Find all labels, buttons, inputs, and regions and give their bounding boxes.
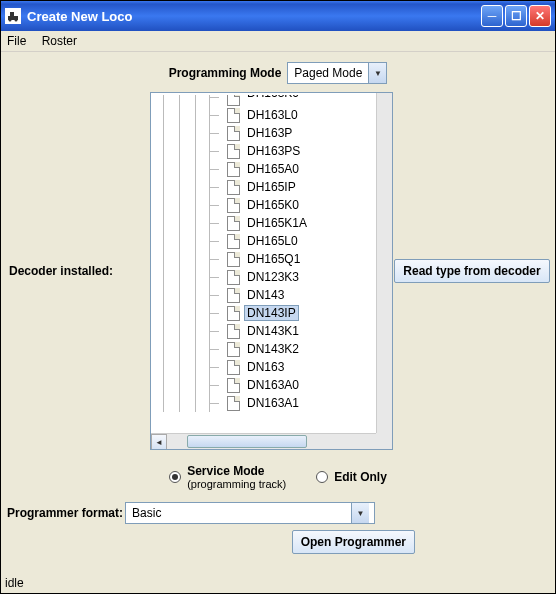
tree-branch-icon bbox=[209, 322, 223, 340]
close-button[interactable]: ✕ bbox=[529, 5, 551, 27]
programmer-format-value: Basic bbox=[126, 506, 351, 520]
tree-branch-icon bbox=[209, 160, 223, 178]
programming-mode-select[interactable]: Paged Mode bbox=[287, 62, 387, 84]
tree-item-label: DN163 bbox=[244, 359, 287, 375]
service-mode-label-line1: Service Mode bbox=[187, 464, 264, 478]
file-icon bbox=[227, 378, 240, 393]
tree-branch-icon bbox=[209, 196, 223, 214]
tree-item-label: DH163L0 bbox=[244, 107, 301, 123]
programming-mode-value: Paged Mode bbox=[288, 66, 368, 80]
file-icon bbox=[227, 252, 240, 267]
tree-item[interactable]: DN143K1 bbox=[209, 322, 376, 340]
read-type-button[interactable]: Read type from decoder bbox=[394, 259, 549, 283]
tree-item[interactable]: DN143K2 bbox=[209, 340, 376, 358]
menu-roster[interactable]: Roster bbox=[42, 34, 77, 48]
file-icon bbox=[227, 198, 240, 213]
tree-branch-icon bbox=[209, 142, 223, 160]
horizontal-scroll-thumb[interactable] bbox=[187, 435, 307, 448]
decoder-installed-label: Decoder installed: bbox=[5, 264, 150, 278]
tree-item[interactable]: DH165A0 bbox=[209, 160, 376, 178]
service-mode-radio[interactable]: Service Mode (programming track) bbox=[169, 464, 286, 490]
tree-item[interactable]: DH165K1A bbox=[209, 214, 376, 232]
file-icon bbox=[227, 360, 240, 375]
tree-branch-icon bbox=[209, 214, 223, 232]
tree-item[interactable]: DH163L0 bbox=[209, 106, 376, 124]
app-icon bbox=[5, 8, 21, 24]
tree-item[interactable]: DH165K0 bbox=[209, 196, 376, 214]
tree-branch-icon bbox=[209, 304, 223, 322]
tree-item-label: DN143 bbox=[244, 287, 287, 303]
file-icon bbox=[227, 342, 240, 357]
scroll-left-button[interactable]: ◄ bbox=[151, 434, 167, 450]
tree-item-label: DH165A0 bbox=[244, 161, 302, 177]
tree-item[interactable]: DH165IP bbox=[209, 178, 376, 196]
window-title: Create New Loco bbox=[27, 9, 481, 24]
tree-item-label: DN143K1 bbox=[244, 323, 302, 339]
svg-point-1 bbox=[9, 19, 12, 22]
tree-item[interactable]: DH163P bbox=[209, 124, 376, 142]
tree-branch-icon bbox=[209, 250, 223, 268]
decoder-tree[interactable]: DH163K0DH163L0DH163PDH163PSDH165A0DH165I… bbox=[150, 92, 393, 450]
edit-only-label: Edit Only bbox=[334, 470, 387, 484]
menu-file[interactable]: File bbox=[7, 34, 26, 48]
tree-branch-icon bbox=[209, 394, 223, 412]
radio-icon bbox=[169, 471, 181, 483]
tree-item[interactable]: DN143IP bbox=[209, 304, 376, 322]
tree-item[interactable]: DN123K3 bbox=[209, 268, 376, 286]
tree-branch-icon bbox=[209, 232, 223, 250]
edit-only-radio[interactable]: Edit Only bbox=[316, 470, 387, 484]
file-icon bbox=[227, 95, 240, 106]
file-icon bbox=[227, 306, 240, 321]
tree-item[interactable]: DH163PS bbox=[209, 142, 376, 160]
file-icon bbox=[227, 288, 240, 303]
tree-branch-icon bbox=[209, 95, 223, 106]
tree-branch-icon bbox=[209, 286, 223, 304]
tree-item-label: DH163PS bbox=[244, 143, 303, 159]
file-icon bbox=[227, 270, 240, 285]
chevron-down-icon[interactable] bbox=[368, 63, 386, 83]
programming-mode-label: Programming Mode bbox=[169, 66, 282, 80]
tree-item[interactable]: DH163K0 bbox=[209, 95, 376, 106]
tree-item[interactable]: DN143 bbox=[209, 286, 376, 304]
svg-rect-3 bbox=[10, 12, 14, 16]
tree-branch-icon bbox=[209, 106, 223, 124]
file-icon bbox=[227, 108, 240, 123]
file-icon bbox=[227, 180, 240, 195]
tree-item-label: DH163K0 bbox=[244, 95, 302, 106]
tree-branch-icon bbox=[209, 340, 223, 358]
file-icon bbox=[227, 144, 240, 159]
file-icon bbox=[227, 216, 240, 231]
status-bar: idle bbox=[5, 576, 24, 590]
tree-branch-icon bbox=[209, 124, 223, 142]
tree-item[interactable]: DN163 bbox=[209, 358, 376, 376]
open-programmer-button[interactable]: Open Programmer bbox=[292, 530, 415, 554]
radio-icon bbox=[316, 471, 328, 483]
file-icon bbox=[227, 396, 240, 411]
tree-item[interactable]: DN163A0 bbox=[209, 376, 376, 394]
horizontal-scrollbar[interactable]: ◄ ► bbox=[151, 433, 392, 449]
tree-item-label: DN163A0 bbox=[244, 377, 302, 393]
tree-item-label: DH165Q1 bbox=[244, 251, 303, 267]
file-icon bbox=[227, 126, 240, 141]
tree-branch-icon bbox=[209, 358, 223, 376]
tree-item-label: DN143K2 bbox=[244, 341, 302, 357]
tree-branch-icon bbox=[209, 268, 223, 286]
chevron-down-icon[interactable] bbox=[351, 503, 369, 523]
tree-item[interactable]: DN163A1 bbox=[209, 394, 376, 412]
file-icon bbox=[227, 162, 240, 177]
programmer-format-label: Programmer format: bbox=[7, 506, 123, 520]
title-bar: Create New Loco ─ ☐ ✕ bbox=[1, 1, 555, 31]
tree-item-label: DH163P bbox=[244, 125, 295, 141]
vertical-scrollbar[interactable] bbox=[376, 93, 392, 433]
service-mode-label-line2: (programming track) bbox=[187, 478, 286, 490]
maximize-button[interactable]: ☐ bbox=[505, 5, 527, 27]
tree-item-label: DH165L0 bbox=[244, 233, 301, 249]
minimize-button[interactable]: ─ bbox=[481, 5, 503, 27]
file-icon bbox=[227, 234, 240, 249]
tree-item[interactable]: DH165Q1 bbox=[209, 250, 376, 268]
tree-item-label: DN163A1 bbox=[244, 395, 302, 411]
programmer-format-select[interactable]: Basic bbox=[125, 502, 375, 524]
tree-branch-icon bbox=[209, 178, 223, 196]
tree-item[interactable]: DH165L0 bbox=[209, 232, 376, 250]
tree-item-label: DH165K0 bbox=[244, 197, 302, 213]
